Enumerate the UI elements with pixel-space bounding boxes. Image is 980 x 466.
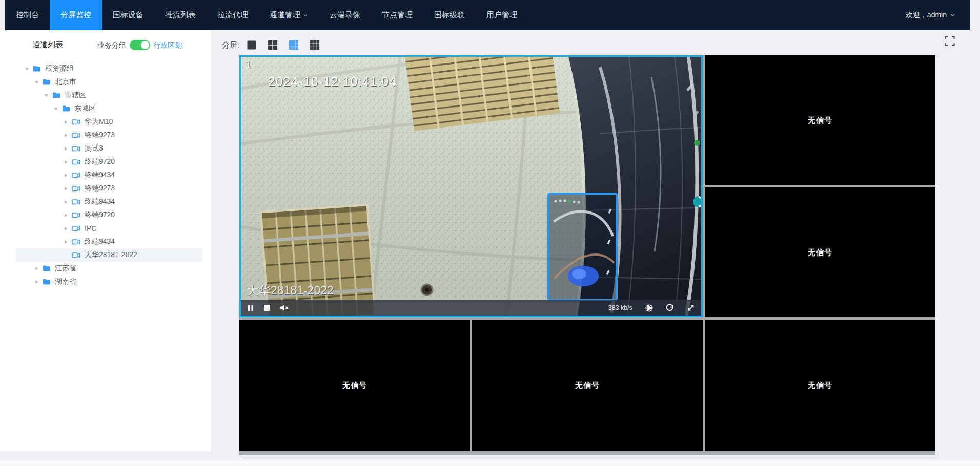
video-cell-6[interactable]: 无信号 bbox=[705, 320, 935, 451]
caret-right-icon[interactable] bbox=[64, 186, 68, 191]
tree-item-label: 江苏省 bbox=[55, 264, 76, 273]
tree-item-13[interactable]: 终端9434 bbox=[0, 235, 211, 248]
tree-item-7[interactable]: 终端9720 bbox=[0, 155, 211, 168]
nav-tab-label: 节点管理 bbox=[382, 10, 413, 20]
video-control-bar: 383 kb/s bbox=[241, 300, 701, 316]
tree-item-0[interactable]: 根资源组 bbox=[0, 62, 211, 75]
tree-item-label: 终端9434 bbox=[85, 171, 115, 180]
pause-icon[interactable] bbox=[247, 304, 254, 312]
video-cell-1[interactable]: 1 2024-10-12 10:41:04 大华28181-2022 383 k… bbox=[239, 55, 703, 317]
caret-down-icon[interactable] bbox=[44, 93, 49, 98]
split-9-button[interactable] bbox=[310, 40, 320, 50]
channel-tree: 根资源组北京市市辖区东城区华为M10终端9273测试3终端9720终端9434终… bbox=[0, 62, 211, 288]
nav-tab-6[interactable]: 云端录像 bbox=[319, 0, 371, 30]
fullscreen-icon[interactable] bbox=[945, 36, 955, 46]
camera-icon bbox=[72, 199, 80, 205]
split-4-button[interactable] bbox=[268, 40, 278, 50]
stop-icon[interactable] bbox=[263, 304, 271, 311]
tree-item-2[interactable]: 市辖区 bbox=[0, 89, 211, 102]
folder-icon bbox=[43, 278, 51, 285]
region-mode-label[interactable]: 行政区划 bbox=[153, 41, 182, 50]
tree-item-5[interactable]: 终端9273 bbox=[0, 129, 211, 142]
nav-tab-7[interactable]: 节点管理 bbox=[371, 0, 423, 30]
video-cell-4[interactable]: 无信号 bbox=[239, 320, 470, 451]
camera-icon bbox=[72, 119, 80, 125]
nav-tab-3[interactable]: 推流列表 bbox=[154, 0, 207, 30]
caret-right-icon[interactable] bbox=[64, 240, 68, 244]
caret-right-icon[interactable] bbox=[64, 120, 68, 124]
app-root: 控制台分屏监控国标设备推流列表拉流代理通道管理云端录像节点管理国标级联用户管理 … bbox=[0, 0, 980, 466]
tree-item-label: IPC bbox=[85, 224, 96, 232]
video-grid: 1 2024-10-12 10:41:04 大华28181-2022 383 k… bbox=[239, 55, 935, 451]
no-signal-label: 无信号 bbox=[808, 116, 832, 125]
tree-item-8[interactable]: 终端9434 bbox=[0, 168, 211, 182]
split-6-button[interactable] bbox=[289, 40, 299, 50]
tree-item-label: 终端9273 bbox=[85, 184, 115, 193]
tree-item-15[interactable]: 江苏省 bbox=[0, 262, 211, 275]
mute-icon[interactable] bbox=[280, 304, 289, 311]
nav-tab-5[interactable]: 通道管理 bbox=[259, 0, 319, 30]
tree-item-label: 市辖区 bbox=[65, 91, 86, 100]
group-mode-toggle[interactable] bbox=[130, 40, 150, 50]
video-cell-3[interactable]: 无信号 bbox=[705, 187, 935, 317]
welcome-text: 欢迎，admin bbox=[906, 11, 947, 20]
sidebar-header: 通道列表 业务分组 行政区划 bbox=[0, 30, 211, 54]
caret-right-icon[interactable] bbox=[34, 280, 39, 284]
caret-right-icon[interactable] bbox=[64, 133, 68, 138]
chevron-down-icon bbox=[303, 13, 308, 18]
nav-tab-2[interactable]: 国标设备 bbox=[102, 0, 154, 30]
caret-right-icon[interactable] bbox=[64, 173, 68, 178]
nav-tab-9[interactable]: 用户管理 bbox=[476, 0, 528, 30]
tree-item-label: 测试3 bbox=[85, 144, 103, 153]
horizontal-scrollbar[interactable] bbox=[239, 451, 935, 455]
caret-right-icon[interactable] bbox=[34, 266, 39, 271]
caret-right-icon[interactable] bbox=[64, 213, 68, 218]
nav-tab-label: 通道管理 bbox=[270, 10, 300, 20]
tree-item-3[interactable]: 东城区 bbox=[0, 102, 211, 115]
tree-item-6[interactable]: 测试3 bbox=[0, 142, 211, 155]
folder-icon bbox=[43, 78, 51, 86]
caret-down-icon[interactable] bbox=[54, 107, 58, 111]
caret-down-icon[interactable] bbox=[34, 80, 39, 84]
camera-icon bbox=[72, 252, 80, 259]
nav-tab-label: 国标级联 bbox=[434, 10, 465, 20]
tree-item-14[interactable]: 大华28181-2022 bbox=[0, 248, 211, 262]
tree-item-4[interactable]: 华为M10 bbox=[0, 115, 211, 129]
folder-icon bbox=[33, 65, 41, 72]
nav-tab-label: 控制台 bbox=[16, 10, 39, 20]
video-cell-5[interactable]: 无信号 bbox=[472, 320, 703, 451]
caret-right-icon[interactable] bbox=[64, 146, 68, 151]
tree-item-10[interactable]: 终端9434 bbox=[0, 195, 211, 208]
nav-tab-label: 云端录像 bbox=[330, 10, 360, 20]
video-cell-2[interactable]: 无信号 bbox=[705, 55, 935, 185]
tree-item-label: 大华28181-2022 bbox=[85, 250, 137, 260]
user-menu[interactable]: 欢迎，admin bbox=[906, 0, 970, 30]
caret-right-icon[interactable] bbox=[64, 200, 68, 204]
tree-item-16[interactable]: 湖南省 bbox=[0, 275, 211, 288]
tree-item-1[interactable]: 北京市 bbox=[0, 75, 211, 89]
nav-tab-0[interactable]: 控制台 bbox=[5, 0, 50, 30]
nav-tab-label: 分屏监控 bbox=[60, 10, 91, 20]
caret-right-icon[interactable] bbox=[64, 160, 68, 164]
tree-item-label: 华为M10 bbox=[85, 117, 113, 126]
tree-item-9[interactable]: 终端9273 bbox=[0, 182, 211, 195]
tree-item-label: 终端9434 bbox=[85, 237, 115, 246]
caret-down-icon[interactable] bbox=[25, 67, 29, 71]
tree-item-11[interactable]: 终端9720 bbox=[0, 208, 211, 222]
bottom-strip bbox=[0, 459, 980, 466]
nav-tab-1[interactable]: 分屏监控 bbox=[50, 0, 102, 30]
caret-right-icon[interactable] bbox=[64, 226, 68, 231]
no-signal-label: 无信号 bbox=[808, 380, 832, 390]
tree-item-12[interactable]: IPC bbox=[0, 222, 211, 235]
snapshot-icon[interactable] bbox=[645, 304, 654, 312]
expand-icon[interactable] bbox=[687, 304, 695, 312]
tree-item-label: 湖南省 bbox=[55, 277, 76, 286]
no-signal-label: 无信号 bbox=[808, 248, 832, 258]
split-label: 分屏: bbox=[222, 40, 239, 50]
refresh-icon[interactable] bbox=[666, 304, 675, 312]
nav-tab-8[interactable]: 国标级联 bbox=[423, 0, 476, 30]
split-1-button[interactable] bbox=[247, 40, 257, 50]
nav-tab-label: 国标设备 bbox=[113, 10, 144, 20]
folder-icon bbox=[52, 92, 60, 99]
nav-tab-4[interactable]: 拉流代理 bbox=[207, 0, 259, 30]
